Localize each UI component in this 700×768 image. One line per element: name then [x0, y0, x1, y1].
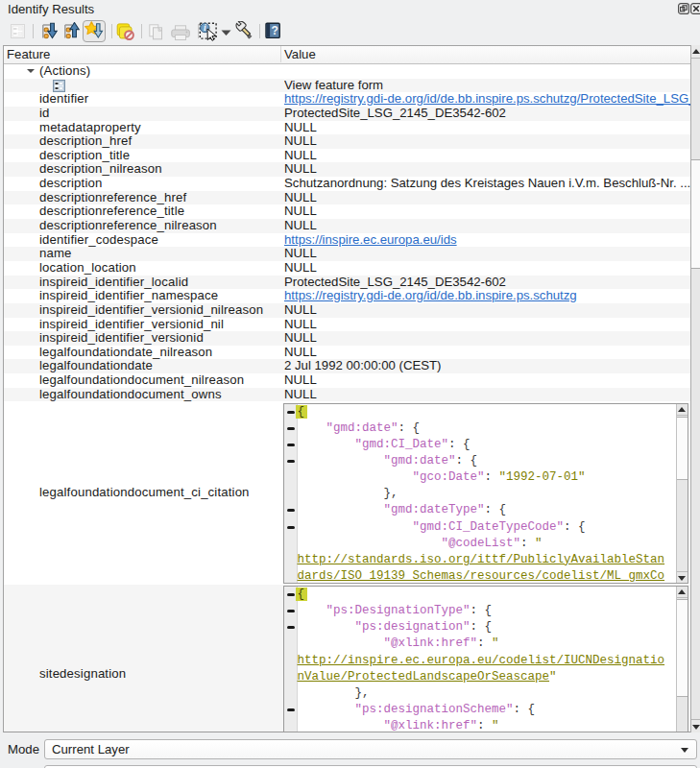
- svg-text:?: ?: [272, 24, 278, 37]
- svg-text:i: i: [204, 22, 206, 33]
